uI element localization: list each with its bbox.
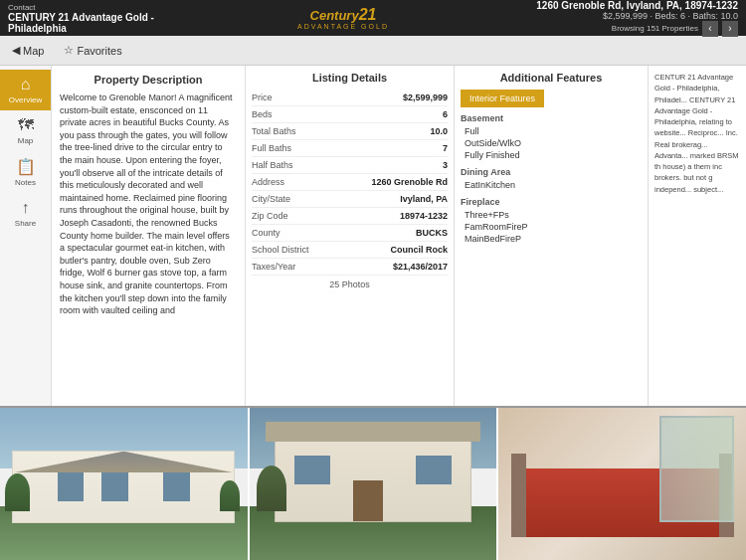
home-icon: ⌂: [21, 76, 31, 93]
price-beds-baths: $2,599,999 · Beds: 6 · Baths: 10.0: [603, 11, 738, 21]
listing-row: Beds6: [252, 106, 448, 123]
photos-strip: [0, 406, 746, 560]
features-title: Additional Features: [461, 72, 642, 84]
chevron-left-icon: ◀: [12, 44, 20, 57]
contact-link[interactable]: Contact: [8, 3, 167, 12]
listing-row: School DistrictCouncil Rock: [252, 242, 448, 259]
feature-item: EatInKitchen: [461, 179, 642, 191]
description-text: Welcome to Grenoble Manor! A magnificent…: [60, 92, 237, 317]
top-header: Contact CENTURY 21 Advantage Gold - Phil…: [0, 0, 746, 36]
sidebar-item-overview[interactable]: ⌂ Overview: [0, 70, 51, 110]
notes-column: CENTUR 21 Advantage Gold - Philadelphia,…: [649, 66, 746, 406]
listing-row: Taxes/Year$21,436/2017: [252, 259, 448, 276]
favorites-button[interactable]: ☆ Favorites: [60, 42, 125, 59]
feature-item: OutSide/WlkO: [461, 137, 642, 149]
sidebar-label-overview: Overview: [9, 95, 42, 104]
share-icon: ↑: [22, 199, 30, 217]
map-button[interactable]: ◀ Map: [8, 42, 48, 59]
map-icon: 🗺: [18, 116, 34, 134]
header-right: 1260 Grenoble Rd, Ivyland, PA, 18974-123…: [519, 0, 738, 37]
property-description-column: Property Description Welcome to Grenoble…: [52, 66, 246, 406]
listing-row: Full Baths7: [252, 140, 448, 157]
header-left: Contact CENTURY 21 Advantage Gold - Phil…: [8, 3, 167, 34]
nav-bar: ◀ Map ☆ Favorites: [0, 36, 746, 66]
prev-property-button[interactable]: ‹: [702, 21, 718, 37]
next-property-button[interactable]: ›: [722, 21, 738, 37]
feature-section-title: Fireplace: [461, 197, 642, 207]
sidebar-item-map[interactable]: 🗺 Map: [0, 110, 51, 151]
sidebar-label-map: Map: [18, 136, 34, 145]
photos-count: 25 Photos: [252, 276, 448, 289]
sidebar-label-notes: Notes: [15, 178, 36, 187]
listing-rows: Price$2,599,999Beds6Total Baths10.0Full …: [252, 90, 448, 276]
listing-row: Price$2,599,999: [252, 90, 448, 106]
logo-sub: ADVANTAGE GOLD: [297, 23, 389, 30]
listing-row: Total Baths10.0: [252, 123, 448, 140]
sidebar-label-share: Share: [15, 219, 36, 228]
interior-features-tab[interactable]: Interior Features: [461, 90, 544, 107]
feature-item: Three+FPs: [461, 209, 642, 221]
favorites-button-label: Favorites: [77, 45, 121, 57]
notes-icon: 📋: [16, 157, 36, 176]
listing-row: Half Baths3: [252, 157, 448, 174]
map-button-label: Map: [23, 45, 44, 57]
feature-item: MainBedFireP: [461, 233, 642, 245]
feature-item: Full: [461, 125, 642, 137]
features-content: BasementFullOutSide/WlkOFully FinishedDi…: [461, 113, 642, 245]
sidebar-item-share[interactable]: ↑ Share: [0, 193, 51, 234]
sidebar-item-notes[interactable]: 📋 Notes: [0, 151, 51, 193]
feature-section-title: Basement: [461, 113, 642, 123]
property-address: 1260 Grenoble Rd, Ivyland, PA, 18974-123…: [536, 0, 738, 11]
logo-area: Century21 ADVANTAGE GOLD: [297, 7, 389, 30]
listing-title: Listing Details: [252, 72, 448, 84]
listing-row: Address1260 Grenoble Rd: [252, 174, 448, 191]
company-name: CENTURY 21 Advantage Gold - Philadelphia: [8, 12, 167, 34]
logo-main: Century21: [310, 7, 377, 23]
listing-row: City/StateIvyland, PA: [252, 191, 448, 208]
photo-3[interactable]: [496, 408, 746, 560]
notes-text: CENTUR 21 Advantage Gold - Philadelphia,…: [654, 72, 740, 195]
feature-item: FamRoomFireP: [461, 221, 642, 233]
photo-1[interactable]: [0, 408, 248, 560]
listing-row: Zip Code18974-1232: [252, 208, 448, 225]
main-content: ⌂ Overview 🗺 Map 📋 Notes ↑ Share Propert…: [0, 66, 746, 406]
feature-tab-bar: Interior Features: [461, 90, 642, 107]
browsing-info: Browsing 151 Properties ‹ ›: [612, 21, 738, 37]
listing-details-column: Listing Details Price$2,599,999Beds6Tota…: [246, 66, 455, 406]
photo-2[interactable]: [248, 408, 497, 560]
feature-item: Fully Finished: [461, 149, 642, 161]
sidebar: ⌂ Overview 🗺 Map 📋 Notes ↑ Share: [0, 66, 52, 406]
feature-section-title: Dining Area: [461, 167, 642, 177]
description-title: Property Description: [60, 74, 237, 86]
listing-row: CountyBUCKS: [252, 225, 448, 242]
additional-features-column: Additional Features Interior Features Ba…: [455, 66, 649, 406]
star-icon: ☆: [64, 44, 74, 57]
